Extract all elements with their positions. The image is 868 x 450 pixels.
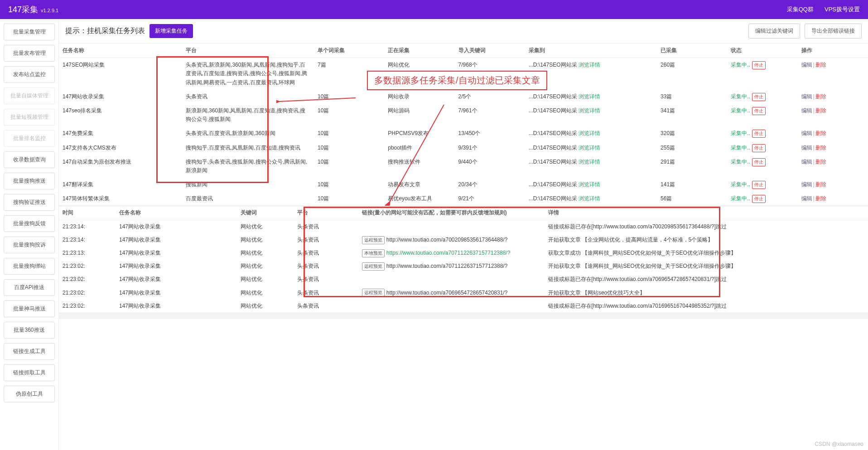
cell-log-platform: 头条资讯 [294, 260, 358, 273]
stop-button[interactable]: 停止 [752, 107, 766, 115]
delete-button[interactable]: 删除 [815, 145, 826, 151]
task-table: 任务名称 平台 单个词采集 正在采集 导入关键词 采集到 已采集 状态 操作 1… [59, 44, 868, 206]
app-title: 147采集 [8, 4, 38, 15]
sidebar-item-1[interactable]: 批量发布管理 [4, 45, 55, 62]
delete-button[interactable]: 删除 [815, 62, 826, 68]
sidebar: 批量采集管理批量发布管理发布站点监控批量自媒体管理批量短视频管理批量排名监控收录… [0, 19, 59, 450]
stop-button[interactable]: 停止 [752, 181, 766, 189]
stop-button[interactable]: 停止 [752, 158, 766, 166]
browse-detail-link[interactable]: 浏览详情 [579, 181, 600, 188]
delete-button[interactable]: 删除 [815, 93, 826, 100]
export-errors-button[interactable]: 导出全部错误链接 [805, 24, 862, 39]
edit-button[interactable]: 编辑 [801, 181, 812, 188]
vps-settings-link[interactable]: VPS拨号设置 [825, 5, 860, 14]
cell-single: 10篇 [314, 141, 384, 155]
stop-button[interactable]: 停止 [752, 93, 766, 101]
browse-detail-link[interactable]: 浏览详情 [579, 130, 600, 136]
sidebar-item-2[interactable]: 发布站点监控 [4, 66, 55, 83]
th-platform: 平台 [182, 44, 314, 58]
sidebar-item-7[interactable]: 批量搜狗推送 [4, 173, 55, 189]
cell-time: 21:23:14: [59, 220, 116, 233]
cell-log-detail: 链接或标题已存在[http://www.toutiao.com/a7016965… [545, 300, 868, 313]
svg-line-3 [390, 105, 444, 202]
sidebar-item-15[interactable]: 链接生成工具 [4, 343, 55, 360]
delete-button[interactable]: 删除 [815, 159, 826, 165]
stop-button[interactable]: 停止 [752, 61, 766, 69]
toolbar-tip: 提示：挂机采集任务列表 [65, 26, 145, 36]
log-link-text: http://www.toutiao.com/a7002098535617364… [386, 237, 508, 243]
browse-detail-link[interactable]: 浏览详情 [579, 159, 600, 165]
browse-detail-link[interactable]: 浏览详情 [579, 195, 600, 202]
edit-filter-button[interactable]: 编辑过滤关键词 [748, 24, 800, 39]
cell-name: 147网站收录采集 [59, 90, 182, 104]
sidebar-item-12[interactable]: 百度API推送 [4, 279, 55, 296]
edit-button[interactable]: 编辑 [801, 62, 812, 68]
th-log-platform: 平台 [294, 206, 358, 220]
remote-preview-tag[interactable]: 远程预览 [362, 289, 385, 297]
cell-collected: 141篇 [657, 178, 727, 192]
stop-button[interactable]: 停止 [752, 144, 766, 152]
sidebar-item-9[interactable]: 批量搜狗反馈 [4, 215, 55, 232]
log-link-text: http://www.toutiao.com/a7071122637157712… [386, 263, 508, 269]
sidebar-item-17[interactable]: 伪原创工具 [4, 386, 55, 402]
cell-platform: 搜狐新闻 [182, 178, 314, 192]
cell-log-keyword: 网站优化 [237, 260, 294, 273]
stop-button[interactable]: 停止 [752, 195, 766, 203]
cell-time: 21:23:14: [59, 233, 116, 247]
delete-button[interactable]: 删除 [815, 107, 826, 114]
sidebar-item-6[interactable]: 收录数据查询 [4, 151, 55, 168]
cell-log-link [358, 273, 545, 286]
cell-keyword: 20/34个 [455, 178, 525, 192]
cell-collected: 291篇 [657, 155, 727, 178]
status-tag: 采集中.. [731, 93, 750, 100]
edit-button[interactable]: 编辑 [801, 93, 812, 100]
edit-button[interactable]: 编辑 [801, 145, 812, 151]
sidebar-item-14[interactable]: 批量360推送 [4, 322, 55, 339]
edit-button[interactable]: 编辑 [801, 159, 812, 165]
edit-button[interactable]: 编辑 [801, 130, 812, 136]
sidebar-item-0[interactable]: 批量采集管理 [4, 24, 55, 40]
status-tag: 采集中.. [731, 181, 750, 188]
sidebar-item-8[interactable]: 搜狗验证推送 [4, 194, 55, 211]
browse-detail-link[interactable]: 浏览详情 [579, 107, 600, 114]
log-row: 21:23:02:147网站收录采集网站优化头条资讯远程预览http://www… [59, 286, 868, 300]
browse-detail-link[interactable]: 浏览详情 [579, 145, 600, 151]
remote-preview-tag[interactable]: 远程预览 [362, 262, 385, 271]
log-row: 21:23:14:147网站收录采集网站优化头条资讯链接或标题已存在[http:… [59, 220, 868, 233]
sidebar-item-13[interactable]: 批量神马推送 [4, 300, 55, 317]
cell-time: 21:23:02: [59, 260, 116, 273]
edit-button[interactable]: 编辑 [801, 195, 812, 202]
new-task-button[interactable]: 新增采集任务 [149, 24, 193, 38]
log-row: 21:23:13:147网站收录采集网站优化头条资讯本地预览https://ww… [59, 247, 868, 260]
horizontal-scrollbar[interactable] [59, 313, 868, 319]
task-row: 147seo排名采集新浪新闻,360新闻,凤凰新闻,百度知道,搜狗资讯,搜狗公众… [59, 104, 868, 126]
delete-button[interactable]: 删除 [815, 181, 826, 188]
local-preview-tag[interactable]: 本地预览 [362, 249, 385, 257]
qq-group-link[interactable]: 采集QQ群 [787, 5, 814, 14]
browse-detail-link[interactable]: 浏览详情 [579, 62, 600, 68]
cell-time: 21:23:02: [59, 300, 116, 313]
cell-status: 采集中..停止 [727, 155, 797, 178]
cell-status: 采集中..停止 [727, 126, 797, 140]
task-row: 147翻译采集搜狐新闻10篇动易发布文章20/34个...D:\147SEO网站… [59, 178, 868, 192]
cell-platform: 头条资讯,新浪新闻,360新闻,凤凰新闻,搜狗知乎,百度资讯,百度知道,搜狗资讯… [182, 58, 314, 90]
cell-log-keyword: 网站优化 [237, 273, 294, 286]
stop-button[interactable]: 停止 [752, 130, 766, 138]
delete-button[interactable]: 删除 [815, 195, 826, 202]
cell-keyword: 13/450个 [455, 126, 525, 140]
sidebar-item-11[interactable]: 批量搜狗绑站 [4, 258, 55, 275]
cell-time: 21:23:13: [59, 247, 116, 260]
sidebar-item-16[interactable]: 链接抓取工具 [4, 364, 55, 381]
cell-to: ...D:\147SEO网站采 浏览详情 [525, 155, 657, 178]
th-single: 单个词采集 [314, 44, 384, 58]
delete-button[interactable]: 删除 [815, 130, 826, 136]
cell-keyword: 9/440个 [455, 155, 525, 178]
remote-preview-tag[interactable]: 远程预览 [362, 236, 385, 244]
edit-button[interactable]: 编辑 [801, 107, 812, 114]
sidebar-item-10[interactable]: 批量搜狗投诉 [4, 237, 55, 253]
cell-collected: 33篇 [657, 90, 727, 104]
cell-name: 147支持各大CMS发布 [59, 141, 182, 155]
status-tag: 采集中.. [731, 62, 750, 68]
cell-log-link [358, 220, 545, 233]
browse-detail-link[interactable]: 浏览详情 [579, 93, 600, 100]
